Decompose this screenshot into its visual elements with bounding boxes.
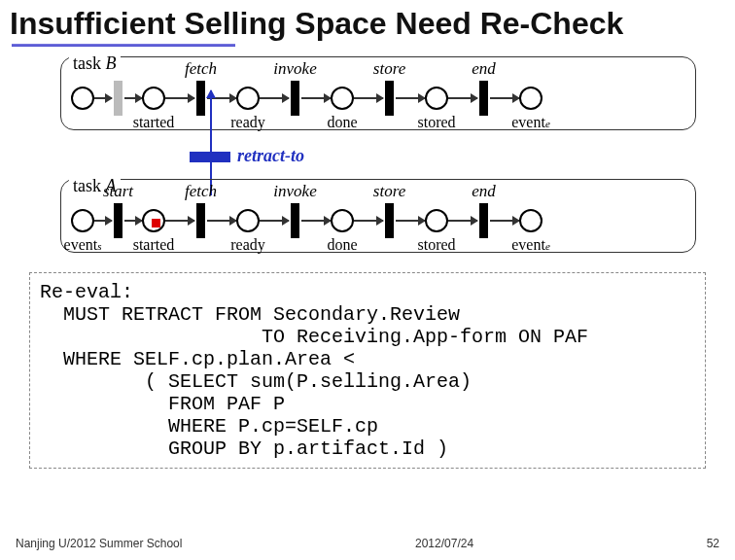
task-b-row: started fetch ready invoke done store bbox=[71, 81, 685, 116]
arrow-icon bbox=[490, 97, 519, 99]
transition-bar bbox=[385, 203, 394, 238]
transition-bar bbox=[196, 81, 205, 116]
arrow-icon bbox=[260, 220, 289, 222]
active-token-icon bbox=[152, 219, 160, 228]
task-a-box: task A events start started fetch ready bbox=[60, 179, 696, 253]
action-label: store bbox=[373, 59, 405, 79]
task-b-box: task B started fetch ready invoke bbox=[60, 56, 696, 130]
state-label: stored bbox=[417, 236, 455, 254]
task-b-label: task B bbox=[69, 53, 121, 74]
arrow-icon bbox=[260, 97, 289, 99]
task-a-row: events start started fetch ready invoke bbox=[71, 203, 685, 238]
state-label: started bbox=[133, 236, 175, 254]
transition-bar bbox=[479, 81, 488, 116]
state-label: events bbox=[64, 236, 102, 254]
title-underline bbox=[12, 44, 235, 47]
transition-bar bbox=[114, 203, 122, 238]
state-circle bbox=[425, 209, 448, 232]
arrow-icon bbox=[354, 97, 383, 99]
state-circle bbox=[142, 87, 165, 110]
arrow-icon bbox=[448, 97, 477, 99]
arrow-icon bbox=[448, 220, 477, 222]
action-label: start bbox=[103, 182, 133, 201]
footer: Nanjing U/2012 Summer School 2012/07/24 … bbox=[0, 537, 735, 550]
state-label: evente bbox=[511, 114, 550, 131]
state-circle bbox=[331, 209, 354, 232]
arrow-icon bbox=[94, 97, 112, 99]
arrow-icon bbox=[124, 220, 142, 222]
retract-label: retract-to bbox=[237, 146, 304, 166]
transition-bar bbox=[385, 81, 394, 116]
state-label: done bbox=[327, 236, 357, 254]
action-label: invoke bbox=[273, 59, 316, 79]
transition-bar bbox=[479, 203, 488, 238]
arrow-icon bbox=[301, 97, 331, 99]
transition-bar bbox=[291, 81, 299, 116]
state-label: done bbox=[327, 114, 357, 131]
footer-center: 2012/07/24 bbox=[182, 537, 706, 550]
action-label: end bbox=[472, 59, 496, 79]
state-circle bbox=[519, 209, 542, 232]
state-label: stored bbox=[417, 114, 455, 131]
task-diagram: task B started fetch ready invoke bbox=[60, 56, 696, 261]
state-label: ready bbox=[230, 236, 265, 254]
footer-right: 52 bbox=[707, 537, 719, 550]
state-label: ready bbox=[230, 114, 265, 131]
code-block: Re-eval: MUST RETRACT FROM Secondary.Rev… bbox=[29, 272, 706, 469]
page-title: Insufficient Selling Space Need Re-Check bbox=[0, 0, 735, 44]
action-label: fetch bbox=[185, 182, 217, 201]
transition-bar bbox=[196, 203, 205, 238]
state-circle bbox=[425, 87, 448, 110]
state-label: started bbox=[133, 114, 175, 131]
state-circle bbox=[519, 87, 542, 110]
transition-bar bbox=[291, 203, 299, 238]
arrow-icon bbox=[301, 220, 331, 222]
action-label: end bbox=[472, 182, 496, 201]
arrow-icon bbox=[94, 220, 112, 222]
state-circle bbox=[71, 209, 94, 232]
action-label: store bbox=[373, 182, 405, 201]
state-circle bbox=[236, 209, 260, 232]
state-circle bbox=[236, 87, 260, 110]
arrow-icon bbox=[165, 97, 194, 99]
state-circle-active bbox=[142, 209, 165, 232]
arrow-icon bbox=[396, 220, 425, 222]
state-circle bbox=[71, 87, 94, 110]
state-label: evente bbox=[511, 236, 550, 254]
action-label: fetch bbox=[185, 59, 217, 79]
arrow-icon bbox=[490, 220, 519, 222]
action-label: invoke bbox=[273, 182, 316, 201]
arrow-icon bbox=[165, 220, 194, 222]
transition-bar bbox=[114, 81, 122, 116]
arrow-icon bbox=[124, 97, 142, 99]
retract-bar-icon bbox=[190, 152, 230, 162]
arrow-icon bbox=[396, 97, 425, 99]
arrow-icon bbox=[354, 220, 383, 222]
arrow-icon bbox=[207, 220, 236, 222]
state-circle bbox=[331, 87, 354, 110]
footer-left: Nanjing U/2012 Summer School bbox=[16, 537, 182, 550]
